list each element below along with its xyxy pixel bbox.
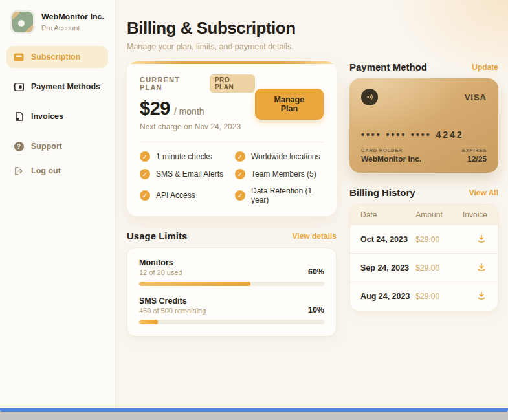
- usage-meter-sms-credits: SMS Credits 450 of 500 remaining 10%: [139, 296, 324, 324]
- logo-decoration: [10, 10, 20, 19]
- card-expiry-date: 12/25: [462, 155, 487, 164]
- feature-label: Team Members (5): [251, 170, 316, 179]
- meter-name: Monitors: [139, 258, 182, 267]
- sidebar-item-payment-methods[interactable]: Payment Methods: [6, 76, 108, 98]
- billing-history-section-header: Billing History View All: [349, 187, 498, 198]
- usage-section-header: Usage Limits View details: [127, 230, 337, 241]
- sidebar-item-subscription[interactable]: Subscription: [6, 46, 108, 68]
- credit-card: VISA •••• •••• •••• 4242 CARD HOLDER Web…: [349, 78, 498, 173]
- org-header: WebMonitor Inc. Pro Account: [0, 10, 115, 46]
- table-row: Oct 24, 2023 $29.00: [350, 225, 498, 254]
- logo-decoration: [25, 24, 35, 34]
- table-header-row: Date Amount Invoice: [350, 204, 498, 225]
- plan-price: $29: [140, 98, 170, 119]
- progress-fill: [139, 282, 250, 286]
- logo-decoration: [18, 20, 25, 27]
- update-link[interactable]: Update: [472, 63, 498, 72]
- usage-meter-monitors: Monitors 12 of 20 used 60%: [139, 258, 324, 286]
- progress-track: [139, 320, 324, 324]
- next-charge-text: Next charge on Nov 24, 2023: [140, 122, 255, 131]
- manage-plan-button[interactable]: Manage Plan: [255, 89, 324, 120]
- check-icon: ✓: [235, 169, 245, 179]
- column-header-invoice: Invoice: [460, 210, 487, 219]
- check-icon: ✓: [140, 169, 150, 179]
- table-row: Aug 24, 2023 $29.00: [350, 282, 498, 311]
- meter-percent: 10%: [308, 305, 324, 315]
- check-icon: ✓: [140, 190, 150, 201]
- card-holder-block: CARD HOLDER WebMonitor Inc.: [361, 148, 421, 164]
- desktop-background: [0, 412, 508, 420]
- credit-card-icon: [14, 52, 24, 62]
- invoice-document-icon: [14, 111, 24, 122]
- pro-plan-badge: PRO PLAN: [210, 74, 255, 93]
- billing-history-title: Billing History: [349, 187, 415, 198]
- meter-detail: 12 of 20 used: [139, 269, 182, 276]
- download-invoice-button[interactable]: [476, 233, 487, 245]
- org-logo: [10, 10, 35, 34]
- payment-method-section-header: Payment Method Update: [349, 61, 498, 72]
- download-icon: [477, 234, 486, 243]
- left-column: CURRENT PLAN PRO PLAN $29 / month Next c…: [127, 61, 337, 337]
- feature-label: API Access: [156, 191, 195, 200]
- org-text: WebMonitor Inc. Pro Account: [41, 12, 104, 32]
- column-header-date: Date: [360, 210, 415, 219]
- feature-item: ✓Data Retention (1 year): [235, 186, 324, 204]
- billing-history-table: Date Amount Invoice Oct 24, 2023 $29.00: [349, 204, 498, 311]
- org-name: WebMonitor Inc.: [41, 12, 104, 23]
- card-number-masked: •••• •••• •••• 4242: [361, 129, 487, 140]
- card-network-label: VISA: [465, 93, 487, 102]
- download-icon: [477, 263, 486, 272]
- feature-label: Data Retention (1 year): [251, 186, 324, 204]
- feature-item: ✓API Access: [140, 186, 228, 204]
- sidebar: WebMonitor Inc. Pro Account Subscription…: [0, 0, 115, 408]
- divider: [140, 142, 324, 142]
- invoice-amount: $29.00: [415, 263, 459, 272]
- main-content: Billing & Subscription Manage your plan,…: [115, 0, 508, 408]
- invoice-amount: $29.00: [415, 292, 459, 301]
- contactless-icon: [361, 89, 378, 105]
- card-holder-label: CARD HOLDER: [361, 148, 421, 153]
- content-grid: CURRENT PLAN PRO PLAN $29 / month Next c…: [127, 61, 498, 337]
- sidebar-item-label: Subscription: [31, 52, 80, 61]
- progress-track: [139, 282, 324, 286]
- question-circle-icon: ?: [14, 141, 24, 151]
- check-icon: ✓: [140, 151, 150, 162]
- page-subtitle: Manage your plan, limits, and payment de…: [127, 42, 498, 51]
- meter-name: SMS Credits: [139, 296, 206, 305]
- feature-item: ✓1 minute checks: [140, 151, 228, 162]
- download-icon: [477, 291, 486, 300]
- view-details-link[interactable]: View details: [293, 232, 337, 241]
- sidebar-item-label: Invoices: [31, 112, 63, 121]
- view-all-link[interactable]: View All: [469, 188, 498, 197]
- download-invoice-button[interactable]: [476, 261, 487, 273]
- sidebar-item-invoices[interactable]: Invoices: [6, 105, 108, 127]
- sidebar-item-label: Support: [31, 142, 62, 151]
- wallet-card-icon: [14, 82, 24, 92]
- sidebar-nav: Subscription Payment Methods Invoices ? …: [0, 46, 115, 184]
- invoice-amount: $29.00: [415, 235, 459, 244]
- sidebar-item-label: Log out: [31, 166, 61, 175]
- current-plan-label: CURRENT PLAN: [140, 76, 203, 91]
- plan-features: ✓1 minute checks ✓Worldwide locations ✓S…: [140, 151, 324, 204]
- card-expires-label: EXPIRES: [462, 148, 487, 153]
- payment-method-title: Payment Method: [349, 61, 427, 72]
- page-title: Billing & Subscription: [127, 18, 498, 38]
- feature-label: SMS & Email Alerts: [156, 170, 223, 179]
- invoice-date: Oct 24, 2023: [360, 235, 415, 244]
- sidebar-item-logout[interactable]: Log out: [6, 160, 108, 182]
- table-row: Sep 24, 2023 $29.00: [350, 254, 498, 282]
- check-icon: ✓: [235, 190, 245, 201]
- sidebar-item-support[interactable]: ? Support: [6, 135, 108, 157]
- meter-percent: 60%: [308, 267, 324, 276]
- plan-card-body: CURRENT PLAN PRO PLAN $29 / month Next c…: [127, 64, 337, 216]
- plan-info: CURRENT PLAN PRO PLAN $29 / month Next c…: [140, 74, 255, 131]
- app-window: WebMonitor Inc. Pro Account Subscription…: [0, 0, 508, 408]
- feature-label: 1 minute checks: [156, 152, 212, 161]
- invoice-date: Sep 24, 2023: [360, 263, 415, 272]
- card-holder-name: WebMonitor Inc.: [361, 155, 421, 164]
- org-plan: Pro Account: [41, 24, 104, 32]
- check-icon: ✓: [235, 151, 245, 162]
- download-invoice-button[interactable]: [476, 290, 487, 302]
- feature-item: ✓SMS & Email Alerts: [140, 169, 228, 179]
- card-expiry-block: EXPIRES 12/25: [462, 148, 487, 164]
